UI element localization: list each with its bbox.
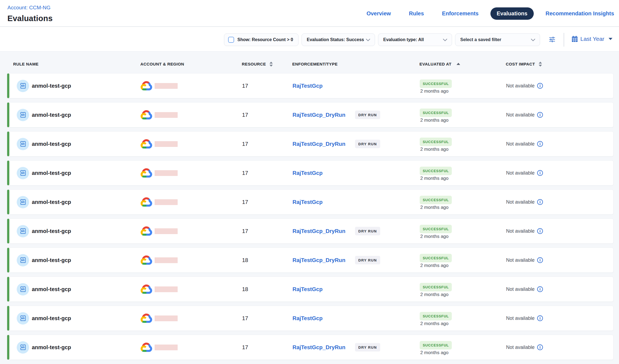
- dry-run-badge: DRY RUN: [355, 227, 380, 235]
- enforcement-link[interactable]: RajTestGcp: [293, 170, 323, 176]
- cost-impact-value: Not available: [506, 141, 535, 147]
- tab-recommendation-insights[interactable]: Recommendation Insights: [546, 10, 614, 17]
- resource-cell: 17: [242, 141, 293, 147]
- sort-ascending-icon[interactable]: [456, 63, 460, 65]
- status-indicator-bar: [7, 161, 9, 185]
- gcp-logo-icon: [141, 139, 152, 149]
- rule-name-cell: anmol-test-gcp: [13, 254, 141, 266]
- tab-rules[interactable]: Rules: [409, 10, 424, 17]
- column-header-evaluated-at[interactable]: EVALUATED AT: [419, 62, 506, 66]
- cost-impact-cell: Not available: [506, 257, 614, 263]
- saved-filter-dropdown[interactable]: Select a saved filter: [455, 33, 540, 46]
- evaluation-row[interactable]: anmol-test-gcp 17 RajTestGcp SUCCESSFUL …: [7, 73, 614, 98]
- filter-settings-icon[interactable]: [549, 36, 556, 43]
- evaluation-row[interactable]: anmol-test-gcp 17 RajTestGcp_DryRun DRY …: [7, 131, 614, 157]
- resource-cell: 17: [242, 344, 293, 351]
- column-label: RESOURCE: [242, 62, 266, 66]
- evaluation-status-value: Evaluation Status: Success: [307, 37, 364, 42]
- resource-cell: 17: [242, 112, 293, 118]
- resource-count-checkbox-label: Show: Resource Count > 0: [237, 37, 293, 42]
- info-icon[interactable]: [537, 344, 543, 350]
- tab-evaluations[interactable]: Evaluations: [490, 7, 534, 20]
- rule-avatar: [17, 254, 29, 266]
- enforcement-link[interactable]: RajTestGcp_DryRun: [293, 257, 345, 263]
- calendar-icon: [572, 36, 578, 42]
- resource-cell: 17: [242, 83, 293, 89]
- sort-icon[interactable]: [538, 62, 542, 67]
- cost-impact-cell: Not available: [506, 170, 614, 176]
- date-range-value: Last Year: [580, 36, 604, 42]
- rule-avatar: [17, 312, 29, 325]
- evaluated-time: 2 months ago: [420, 350, 448, 356]
- enforcement-link[interactable]: RajTestGcp_DryRun: [293, 228, 345, 234]
- enforcement-cell: RajTestGcp: [293, 199, 420, 205]
- account-region-cell: [141, 197, 242, 207]
- info-icon[interactable]: [537, 286, 543, 292]
- info-icon[interactable]: [537, 83, 543, 89]
- resource-count-filter-toggle[interactable]: Show: Resource Count > 0: [224, 33, 299, 46]
- evaluation-row[interactable]: anmol-test-gcp 18 RajTestGcp_DryRun DRY …: [7, 248, 614, 273]
- evaluation-row[interactable]: anmol-test-gcp 18 RajTestGcp SUCCESSFUL …: [7, 277, 614, 302]
- info-icon[interactable]: [537, 141, 543, 147]
- info-icon[interactable]: [537, 257, 543, 263]
- info-icon[interactable]: [537, 315, 543, 321]
- column-header-cost-impact[interactable]: COST IMPACT: [506, 62, 614, 67]
- redacted-account-name: [155, 257, 178, 263]
- sort-icon[interactable]: [269, 62, 273, 67]
- resource-count-checkbox[interactable]: [228, 37, 234, 43]
- caret-down-icon: [608, 38, 613, 40]
- rule-name: anmol-test-gcp: [32, 141, 71, 147]
- governance-rule-icon: [19, 228, 27, 235]
- rule-avatar: [17, 196, 29, 208]
- redacted-account-name: [155, 83, 178, 89]
- rule-name-cell: anmol-test-gcp: [13, 283, 141, 295]
- evaluated-at-cell: SUCCESSFUL 2 months ago: [420, 225, 506, 239]
- account-region-cell: [141, 139, 242, 149]
- governance-rule-icon: [19, 286, 27, 293]
- evaluation-row[interactable]: anmol-test-gcp 17 RajTestGcp SUCCESSFUL …: [7, 306, 614, 331]
- evaluation-row[interactable]: anmol-test-gcp 17 RajTestGcp SUCCESSFUL …: [7, 160, 614, 186]
- gcp-logo-icon: [141, 343, 152, 352]
- enforcement-link[interactable]: RajTestGcp: [293, 286, 323, 292]
- evaluated-at-cell: SUCCESSFUL 2 months ago: [420, 341, 506, 356]
- vertical-divider: [564, 33, 564, 47]
- tab-overview[interactable]: Overview: [367, 10, 391, 17]
- enforcement-link[interactable]: RajTestGcp_DryRun: [293, 141, 345, 147]
- evaluation-row[interactable]: anmol-test-gcp 17 RajTestGcp_DryRun DRY …: [7, 218, 614, 244]
- column-header-resource[interactable]: RESOURCE: [242, 62, 292, 67]
- enforcement-cell: RajTestGcp_DryRun DRY RUN: [293, 228, 420, 234]
- enforcement-link[interactable]: RajTestGcp: [293, 315, 323, 322]
- enforcement-cell: RajTestGcp: [293, 286, 420, 292]
- status-indicator-bar: [7, 219, 9, 243]
- column-label: EVALUATED AT: [419, 62, 452, 66]
- info-icon[interactable]: [537, 112, 543, 118]
- evaluation-status-dropdown[interactable]: Evaluation Status: Success: [302, 33, 375, 46]
- cost-impact-value: Not available: [506, 345, 535, 350]
- evaluation-row[interactable]: anmol-test-gcp 17 RajTestGcp_DryRun DRY …: [7, 335, 614, 360]
- evaluated-at-cell: SUCCESSFUL 2 months ago: [420, 138, 506, 152]
- enforcement-link[interactable]: RajTestGcp_DryRun: [293, 344, 345, 351]
- evaluation-row[interactable]: anmol-test-gcp 17 RajTestGcp SUCCESSFUL …: [7, 189, 614, 215]
- enforcement-link[interactable]: RajTestGcp_DryRun: [293, 112, 345, 118]
- date-range-picker[interactable]: Last Year: [572, 27, 613, 51]
- info-icon[interactable]: [537, 170, 543, 176]
- rule-avatar: [17, 138, 29, 150]
- rule-name-cell: anmol-test-gcp: [13, 312, 141, 325]
- account-region-cell: [141, 255, 242, 265]
- info-icon[interactable]: [537, 228, 543, 234]
- cost-impact-value: Not available: [506, 112, 535, 118]
- info-icon[interactable]: [537, 199, 543, 205]
- evaluation-type-dropdown[interactable]: Evaluation type: All: [378, 33, 452, 46]
- status-indicator-bar: [7, 103, 9, 127]
- redacted-account-name: [155, 345, 178, 350]
- page-title: Evaluations: [7, 14, 53, 23]
- gcp-logo-icon: [141, 110, 152, 120]
- enforcement-link[interactable]: RajTestGcp: [293, 199, 323, 205]
- enforcement-link[interactable]: RajTestGcp: [293, 83, 323, 89]
- tab-enforcements[interactable]: Enforcements: [442, 10, 478, 17]
- enforcement-cell: RajTestGcp: [293, 315, 420, 322]
- resource-count: 17: [242, 141, 248, 147]
- evaluation-row[interactable]: anmol-test-gcp 17 RajTestGcp_DryRun DRY …: [7, 102, 614, 127]
- account-breadcrumb-link[interactable]: Account: CCM-NG: [7, 5, 53, 11]
- cost-impact-value: Not available: [506, 170, 535, 176]
